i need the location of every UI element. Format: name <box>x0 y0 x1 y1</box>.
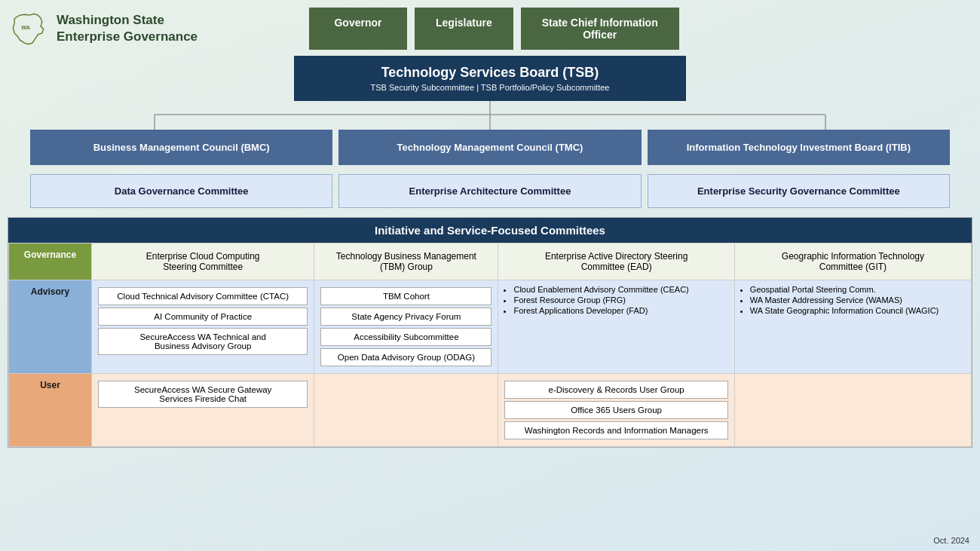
svg-text:WA: WA <box>21 23 31 30</box>
adv-cell-3: Cloud Enablement Advisory Committee (CEA… <box>498 280 734 374</box>
gov-cell-2: Technology Business Management (TBM) Gro… <box>314 243 498 280</box>
state-cio-box: State Chief Information Officer <box>521 8 679 50</box>
tbm-cohort-box: TBM Cohort <box>320 287 492 305</box>
user-cell-4 <box>734 374 971 447</box>
user-cell-3: e-Discovery & Records User Group Office … <box>498 374 734 447</box>
eac-box: Enterprise Architecture Committee <box>338 174 641 208</box>
wagic-item: WA State Geographic Information Council … <box>750 306 965 315</box>
ai-cop-box: AI Community of Practice <box>98 308 308 326</box>
accessibility-box: Accessibility Subcommittee <box>320 328 492 346</box>
gov-boxes: Governor Legislature State Chief Informa… <box>309 8 679 50</box>
user-row: User SecureAccess WA Secure Gateway Serv… <box>9 374 972 447</box>
securewa-box: SecureAccess WA Technical and Business A… <box>98 328 308 355</box>
tmc-box: Technology Management Council (TMC) <box>338 130 641 165</box>
adv-col4-list: Geospatial Portal Steering Comm. WA Mast… <box>741 285 965 315</box>
committee-row: Data Governance Committee Enterprise Arc… <box>30 174 950 208</box>
gov-cell-3: Enterprise Active Directory Steering Com… <box>498 243 734 280</box>
governance-row: Governance Enterprise Cloud Computing St… <box>9 243 972 280</box>
governor-box: Governor <box>309 8 407 50</box>
ediscovery-box: e-Discovery & Records User Group <box>504 381 727 399</box>
user-label: User <box>9 374 92 447</box>
sapf-box: State Agency Privacy Forum <box>320 308 492 326</box>
ceac-item: Cloud Enablement Advisory Committee (CEA… <box>513 285 727 294</box>
gov-cell-4: Geographic Information Technology Commit… <box>734 243 971 280</box>
header: WA Washington State Enterprise Governanc… <box>8 8 972 50</box>
logo-area: WA Washington State Enterprise Governanc… <box>8 8 249 50</box>
initiative-section: Initiative and Service-Focused Committee… <box>8 217 972 448</box>
tsb-title: Technology Services Board (TSB) <box>324 65 656 81</box>
office365-box: Office 365 Users Group <box>504 401 727 419</box>
council-row: Business Management Council (BMC) Techno… <box>30 130 950 165</box>
adv-cell-4: Geospatial Portal Steering Comm. WA Mast… <box>734 280 971 374</box>
ctac-box: Cloud Technical Advisory Committee (CTAC… <box>98 287 308 305</box>
org-connectors-svg <box>8 101 972 130</box>
user-cell-1: SecureAccess WA Secure Gateway Services … <box>92 374 314 447</box>
tsb-row: Technology Services Board (TSB) TSB Secu… <box>8 56 972 101</box>
user-cell-2 <box>314 374 498 447</box>
initiative-table: Governance Enterprise Cloud Computing St… <box>8 243 972 447</box>
adv-cell-1: Cloud Technical Advisory Committee (CTAC… <box>92 280 314 374</box>
itib-box: Information Technology Investment Board … <box>648 130 950 165</box>
wa-state-logo: WA <box>8 8 49 50</box>
advisory-row: Advisory Cloud Technical Advisory Commit… <box>9 280 972 374</box>
wamas-item: WA Master Addressing Service (WAMAS) <box>750 295 965 305</box>
page: WA Washington State Enterprise Governanc… <box>0 0 980 551</box>
odag-box: Open Data Advisory Group (ODAG) <box>320 348 492 366</box>
adv-cell-2: TBM Cohort State Agency Privacy Forum Ac… <box>314 280 498 374</box>
bmc-box: Business Management Council (BMC) <box>30 130 332 165</box>
org-title: Washington State Enterprise Governance <box>57 12 198 45</box>
advisory-label: Advisory <box>9 280 92 374</box>
securewa-gateway-box: SecureAccess WA Secure Gateway Services … <box>98 381 308 408</box>
wrim-box: Washington Records and Information Manag… <box>504 421 727 439</box>
date-label: Oct. 2024 <box>933 536 969 545</box>
fad-item: Forest Applications Developer (FAD) <box>513 306 727 315</box>
gov-cell-1: Enterprise Cloud Computing Steering Comm… <box>92 243 314 280</box>
frg-item: Forest Resource Group (FRG) <box>513 295 727 305</box>
legislature-box: Legislature <box>415 8 513 50</box>
tsb-subtitle: TSB Security Subcommittee | TSB Portfoli… <box>324 83 656 92</box>
gpsc-item: Geospatial Portal Steering Comm. <box>750 285 965 294</box>
initiative-header: Initiative and Service-Focused Committee… <box>8 218 972 243</box>
dgc-box: Data Governance Committee <box>30 174 332 208</box>
adv-col3-list: Cloud Enablement Advisory Committee (CEA… <box>504 285 727 315</box>
esgc-box: Enterprise Security Governance Committee <box>648 174 950 208</box>
tsb-box: Technology Services Board (TSB) TSB Secu… <box>294 56 686 101</box>
governance-label: Governance <box>9 243 92 280</box>
